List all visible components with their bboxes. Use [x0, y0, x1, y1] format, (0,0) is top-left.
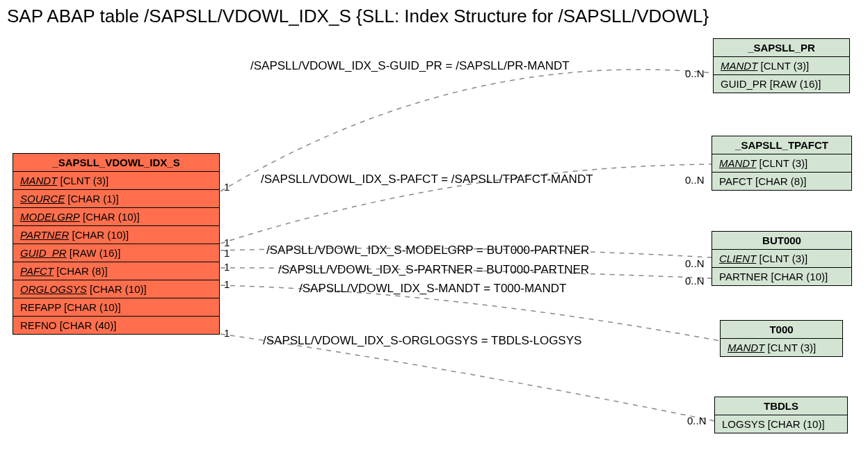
field-row: MODELGRP [CHAR (10)]	[13, 207, 219, 225]
field-row: GUID_PR [RAW (16)]	[13, 244, 219, 262]
field-row: SOURCE [CHAR (1)]	[13, 189, 219, 207]
field-row: PARTNER [CHAR (10)]	[13, 225, 219, 244]
entity-but000: BUT000 CLIENT [CLNT (3)]PARTNER [CHAR (1…	[712, 231, 852, 286]
entity-sapsll-tpafct: _SAPSLL_TPAFCT MANDT [CLNT (3)]PAFCT [CH…	[712, 136, 852, 191]
cardinality-left: 1	[224, 261, 230, 273]
entity-title: _SAPSLL_PR	[714, 39, 849, 57]
entity-title: BUT000	[712, 232, 851, 250]
relation-label: /SAPSLL/VDOWL_IDX_S-GUID_PR = /SAPSLL/PR…	[250, 59, 570, 73]
relation-label: /SAPSLL/VDOWL_IDX_S-MODELGRP = BUT000-PA…	[266, 244, 589, 257]
entity-title: TBDLS	[715, 397, 847, 415]
entity-title: _SAPSLL_TPAFCT	[712, 136, 851, 154]
field-row: LOGSYS [CHAR (10)]	[715, 415, 847, 433]
cardinality-right: 0..N	[687, 415, 707, 426]
field-row: MANDT [CLNT (3)]	[721, 339, 842, 356]
cardinality-left: 1	[224, 327, 230, 339]
cardinality-left: 1	[224, 278, 230, 290]
relation-label: /SAPSLL/VDOWL_IDX_S-MANDT = T000-MANDT	[299, 282, 566, 296]
field-row: CLIENT [CLNT (3)]	[712, 250, 851, 267]
field-row: REFAPP [CHAR (10)]	[13, 298, 219, 316]
field-row: MANDT [CLNT (3)]	[714, 57, 849, 74]
entity-tbdls: TBDLS LOGSYS [CHAR (10)]	[714, 397, 848, 433]
entity-main-title: _SAPSLL_VDOWL_IDX_S	[13, 154, 219, 172]
cardinality-right: 0..N	[685, 275, 705, 287]
field-row: ORGLOGSYS [CHAR (10)]	[13, 280, 219, 298]
entity-main: _SAPSLL_VDOWL_IDX_S MANDT [CLNT (3)]SOUR…	[13, 153, 220, 335]
field-row: MANDT [CLNT (3)]	[712, 154, 851, 172]
cardinality-right: 0..N	[685, 174, 705, 186]
cardinality-left: 1	[224, 181, 230, 193]
relation-label: /SAPSLL/VDOWL_IDX_S-ORGLOGSYS = TBDLS-LO…	[263, 334, 581, 348]
field-row: PAFCT [CHAR (8)]	[712, 172, 851, 190]
relation-label: /SAPSLL/VDOWL_IDX_S-PAFCT = /SAPSLL/TPAF…	[261, 173, 593, 186]
cardinality-right: 0..N	[685, 257, 705, 269]
field-row: PAFCT [CHAR (8)]	[13, 262, 219, 280]
entity-t000: T000 MANDT [CLNT (3)]	[720, 320, 843, 357]
cardinality-left: 1	[224, 247, 230, 259]
cardinality-right: 0..N	[685, 67, 705, 79]
relation-label: /SAPSLL/VDOWL_IDX_S-PARTNER = BUT000-PAR…	[278, 263, 589, 277]
entity-sapsll-pr: _SAPSLL_PR MANDT [CLNT (3)]GUID_PR [RAW …	[713, 38, 850, 93]
field-row: GUID_PR [RAW (16)]	[714, 74, 849, 93]
field-row: REFNO [CHAR (40)]	[13, 316, 219, 334]
entity-title: T000	[721, 321, 842, 339]
field-row: PARTNER [CHAR (10)]	[712, 267, 851, 285]
field-row: MANDT [CLNT (3)]	[13, 172, 219, 189]
